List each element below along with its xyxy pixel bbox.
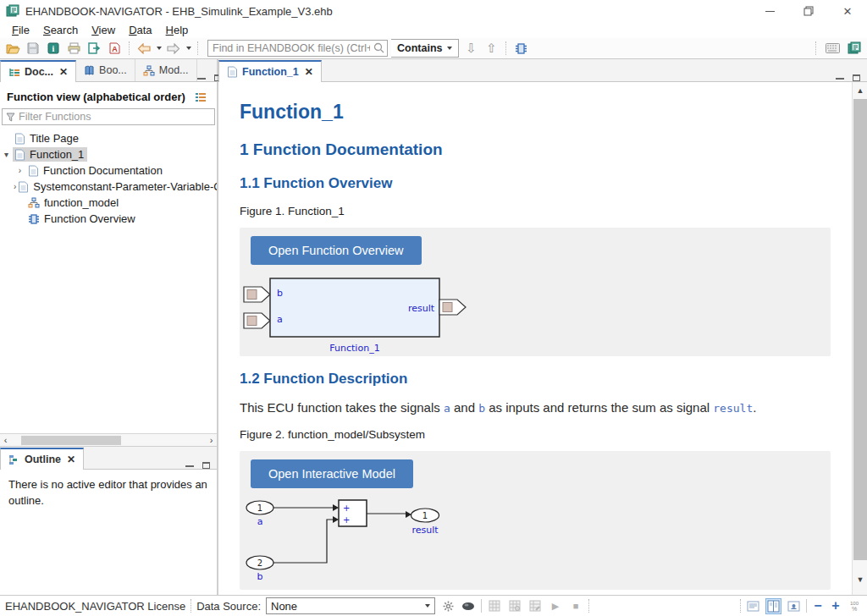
thumbnail-view-button[interactable] bbox=[786, 598, 802, 614]
close-tab-icon[interactable]: ✕ bbox=[59, 66, 68, 78]
toolbar-separator bbox=[129, 41, 130, 55]
minimize-button[interactable] bbox=[750, 0, 789, 22]
arrow-down-icon: ⇩ bbox=[466, 41, 477, 56]
svg-text:i: i bbox=[52, 44, 55, 53]
data-lens-button[interactable] bbox=[461, 598, 476, 613]
view-menu-icon[interactable] bbox=[195, 91, 207, 102]
outline-icon bbox=[8, 454, 20, 465]
tab-outline[interactable]: Outline ✕ bbox=[0, 448, 84, 470]
arrow-left-icon bbox=[137, 43, 151, 54]
save-button[interactable] bbox=[25, 40, 41, 57]
save-icon bbox=[27, 42, 39, 54]
pdf-icon: A bbox=[109, 42, 120, 54]
function-overview-diagram: b a result Function_1 bbox=[240, 228, 511, 356]
menu-help[interactable]: Help bbox=[159, 24, 196, 36]
tab-models[interactable]: Mod... bbox=[135, 59, 197, 81]
back-history-dropdown[interactable] bbox=[157, 47, 162, 50]
find-previous-button[interactable]: ⇧ bbox=[483, 40, 500, 57]
forward-button[interactable] bbox=[165, 40, 182, 57]
minimize-panel-icon[interactable] bbox=[185, 465, 194, 467]
keyboard-icon bbox=[826, 43, 840, 53]
ehb-home-button[interactable] bbox=[846, 40, 863, 57]
pdf-export-button[interactable]: A bbox=[106, 40, 123, 57]
views-tab-bar: Doc... ✕ Boo... Mod... bbox=[0, 59, 217, 82]
tree-item-function-overview[interactable]: Function Overview bbox=[14, 211, 217, 227]
scroll-down-icon[interactable]: ▼ bbox=[853, 573, 867, 586]
collapsed-chevron-icon[interactable]: › bbox=[14, 166, 26, 175]
tab-editor-function-1[interactable]: Function_1 ✕ bbox=[218, 60, 322, 82]
arrow-right-icon bbox=[167, 43, 180, 54]
find-input[interactable] bbox=[207, 40, 388, 57]
maximize-panel-icon[interactable] bbox=[853, 74, 860, 81]
scroll-right-icon[interactable]: › bbox=[206, 435, 217, 445]
tree-item-function-model[interactable]: function_model bbox=[14, 195, 217, 211]
single-page-view-button[interactable] bbox=[745, 598, 761, 614]
zoom-in-button[interactable]: + bbox=[829, 598, 842, 613]
tab-documents[interactable]: Doc... ✕ bbox=[0, 60, 76, 82]
close-tab-icon[interactable]: ✕ bbox=[305, 66, 313, 78]
export-icon bbox=[88, 42, 101, 54]
editor-area: Function_1 ✕ Function_1 1 Function Docum… bbox=[218, 59, 867, 595]
stop-icon: ■ bbox=[573, 601, 579, 611]
split-view-icon bbox=[767, 600, 780, 613]
calibration-table-button-3[interactable] bbox=[527, 598, 543, 613]
minimize-icon bbox=[765, 11, 775, 12]
menu-search[interactable]: Search bbox=[36, 24, 85, 36]
tab-bookmarks[interactable]: Boo... bbox=[76, 59, 135, 81]
sum-plus-2: + bbox=[343, 515, 350, 525]
chevron-down-icon bbox=[447, 47, 452, 50]
figure-2-panel: Open Interactive Model 1 bbox=[240, 451, 831, 590]
calibration-table-button-2[interactable] bbox=[507, 598, 522, 613]
export-button[interactable] bbox=[86, 40, 102, 57]
handbook-info-icon: i bbox=[47, 42, 59, 54]
tree-item-title-page[interactable]: Title Page bbox=[0, 130, 217, 146]
statusbar-separator bbox=[191, 599, 191, 613]
data-source-select[interactable]: None bbox=[266, 597, 435, 614]
stop-button[interactable]: ■ bbox=[568, 598, 583, 613]
port-label-a: a bbox=[277, 314, 283, 325]
filter-functions-input[interactable] bbox=[19, 111, 211, 123]
expanded-chevron-icon[interactable]: ▾ bbox=[0, 150, 13, 159]
port-square bbox=[247, 316, 257, 326]
book-icon bbox=[84, 65, 95, 76]
zoom-out-button[interactable]: − bbox=[811, 598, 825, 613]
tree-item-function-documentation[interactable]: › Function Documentation bbox=[14, 162, 217, 179]
forward-history-dropdown[interactable] bbox=[186, 47, 191, 50]
figure-2-caption: Figure 2. function_model/Subsystem bbox=[240, 428, 835, 441]
vertical-scrollbar[interactable]: ▲ ▼ bbox=[852, 82, 867, 595]
handbook-info-button[interactable]: i bbox=[45, 40, 62, 57]
model-block-button[interactable] bbox=[512, 40, 529, 57]
close-button[interactable]: ✕ bbox=[828, 0, 867, 22]
menu-file[interactable]: File bbox=[5, 24, 36, 36]
keyboard-shortcuts-button[interactable] bbox=[824, 40, 841, 57]
maximize-panel-icon[interactable] bbox=[202, 462, 210, 469]
scroll-up-icon[interactable]: ▲ bbox=[853, 84, 867, 97]
table-gear-icon bbox=[509, 600, 521, 612]
scrollbar-thumb[interactable] bbox=[21, 436, 121, 445]
run-button[interactable]: ▶ bbox=[548, 598, 563, 613]
tree-item-label: Title Page bbox=[30, 132, 79, 145]
find-next-button[interactable]: ⇩ bbox=[462, 40, 479, 57]
tree-item-function-1[interactable]: ▾ Function_1 bbox=[0, 146, 217, 162]
close-tab-icon[interactable]: ✕ bbox=[67, 454, 75, 465]
menu-data[interactable]: Data bbox=[122, 24, 158, 36]
scroll-left-icon[interactable]: ‹ bbox=[0, 435, 11, 445]
zoom-reset-button[interactable]: 100% bbox=[847, 598, 862, 613]
open-button[interactable] bbox=[4, 40, 21, 57]
minimize-panel-icon[interactable] bbox=[836, 77, 844, 80]
restore-button[interactable] bbox=[789, 0, 828, 22]
contains-dropdown[interactable]: Contains bbox=[391, 39, 459, 58]
inport-2-label: b bbox=[257, 571, 263, 582]
tree-item-systemconstant[interactable]: › Systemconstant-Parameter-Variable-Cl bbox=[14, 179, 217, 195]
horizontal-scrollbar[interactable]: ‹ › bbox=[0, 433, 217, 446]
minimize-panel-icon[interactable] bbox=[197, 77, 206, 80]
section-heading-1-2: 1.2 Function Description bbox=[240, 371, 835, 388]
calibration-table-button-1[interactable] bbox=[487, 598, 502, 613]
menu-view[interactable]: View bbox=[85, 24, 122, 36]
restore-icon bbox=[803, 6, 814, 16]
print-button[interactable] bbox=[65, 40, 82, 57]
scrollbar-thumb[interactable] bbox=[853, 99, 867, 560]
data-source-settings-button[interactable] bbox=[440, 598, 456, 613]
back-button[interactable] bbox=[135, 40, 152, 57]
split-view-button[interactable] bbox=[765, 598, 781, 614]
